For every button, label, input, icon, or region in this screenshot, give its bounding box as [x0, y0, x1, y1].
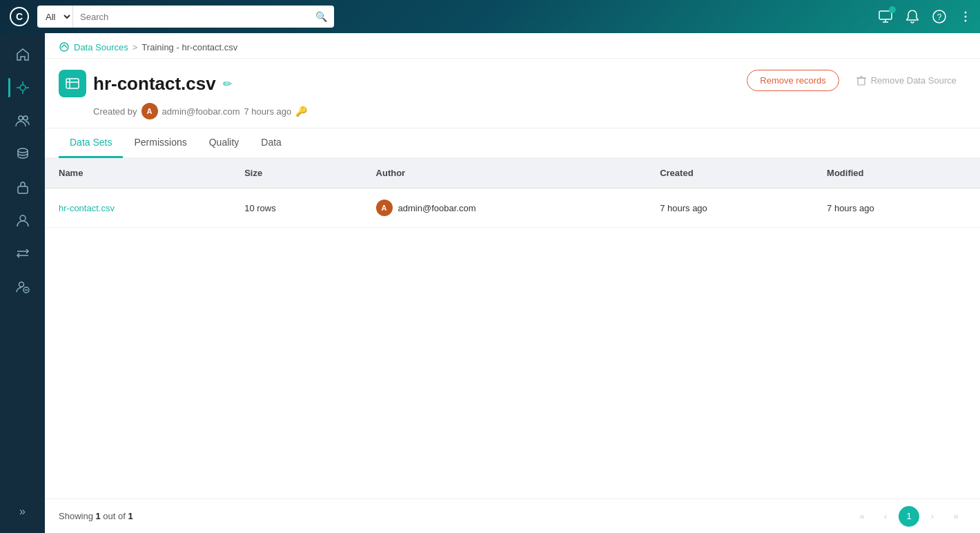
- pagination-prev-button[interactable]: ‹: [875, 506, 896, 527]
- page-header: hr-contact.csv ✏ Created by A admin@foob…: [45, 59, 980, 128]
- showing-total: 1: [128, 511, 133, 521]
- svg-point-23: [60, 43, 68, 51]
- svg-text:C: C: [16, 11, 23, 22]
- author-avatar: A: [141, 103, 158, 119]
- author-email: admin@foobar.com: [162, 106, 240, 117]
- tab-data[interactable]: Data: [250, 128, 293, 158]
- svg-point-8: [965, 16, 967, 18]
- svg-point-7: [965, 12, 967, 14]
- svg-text:?: ?: [937, 12, 942, 22]
- search-input[interactable]: [73, 12, 308, 22]
- cell-author: A admin@foobar.com: [362, 188, 647, 228]
- header-actions: Remove records Remove Data Source: [747, 70, 966, 91]
- datasource-icon: [59, 70, 86, 97]
- key-icon: 🔑: [295, 106, 307, 117]
- sidebar-item-people[interactable]: [8, 106, 37, 135]
- help-icon-button[interactable]: ?: [932, 9, 947, 24]
- svg-point-20: [19, 282, 23, 287]
- pagination-next-button[interactable]: ›: [922, 506, 943, 527]
- cell-size: 10 rows: [231, 188, 362, 228]
- col-header-size: Size: [231, 158, 362, 188]
- cell-name: hr-contact.csv: [45, 188, 231, 228]
- sidebar-item-user-settings[interactable]: [8, 272, 37, 301]
- svg-rect-18: [18, 186, 28, 193]
- remove-datasource-label: Remove Data Source: [871, 75, 957, 86]
- search-filter-select[interactable]: All: [37, 6, 73, 28]
- svg-point-15: [19, 116, 23, 120]
- table-header-row: Name Size Author Created Modified: [45, 158, 980, 188]
- svg-point-17: [18, 148, 28, 153]
- search-submit-button[interactable]: 🔍: [308, 11, 334, 22]
- svg-rect-27: [858, 78, 865, 85]
- col-header-created: Created: [646, 158, 813, 188]
- monitor-badge: [889, 6, 896, 13]
- dataset-name-link[interactable]: hr-contact.csv: [59, 203, 115, 213]
- breadcrumb: Data Sources > Training - hr-contact.csv: [45, 33, 980, 59]
- breadcrumb-separator: >: [133, 42, 138, 52]
- cell-created: 7 hours ago: [646, 188, 813, 228]
- sidebar-expand-button[interactable]: »: [8, 497, 37, 526]
- tab-datasets[interactable]: Data Sets: [59, 128, 123, 158]
- showing-text: Showing 1 out of 1: [59, 511, 133, 521]
- sidebar-item-flow[interactable]: [8, 239, 37, 268]
- created-by-label: Created by: [93, 106, 137, 117]
- notifications-icon-button[interactable]: [905, 9, 919, 24]
- breadcrumb-current: Training - hr-contact.csv: [141, 42, 237, 52]
- datasets-table-container: Name Size Author Created Modified hr-con…: [45, 158, 980, 498]
- table-footer: Showing 1 out of 1 « ‹ 1 › »: [45, 498, 980, 533]
- datasets-table: Name Size Author Created Modified hr-con…: [45, 158, 980, 228]
- header-title-row: hr-contact.csv ✏: [59, 70, 307, 97]
- tabs-bar: Data Sets Permissions Quality Data: [45, 128, 980, 158]
- col-header-modified: Modified: [813, 158, 980, 188]
- monitor-icon-button[interactable]: [878, 9, 893, 24]
- remove-datasource-button[interactable]: Remove Data Source: [846, 70, 966, 91]
- header-left: hr-contact.csv ✏ Created by A admin@foob…: [59, 70, 307, 119]
- svg-point-10: [20, 85, 26, 90]
- more-menu-button[interactable]: [959, 10, 972, 23]
- svg-point-9: [965, 20, 967, 22]
- col-header-author: Author: [362, 158, 647, 188]
- pagination-page-1-button[interactable]: 1: [899, 506, 919, 527]
- page-title: hr-contact.csv: [93, 73, 216, 95]
- svg-point-16: [23, 116, 28, 120]
- svg-rect-24: [66, 79, 79, 88]
- cell-modified: 7 hours ago: [813, 188, 980, 228]
- tab-quality[interactable]: Quality: [198, 128, 251, 158]
- top-navigation: C All 🔍 ?: [0, 0, 980, 33]
- content-area: Data Sources > Training - hr-contact.csv…: [45, 33, 980, 533]
- edit-title-icon[interactable]: ✏: [223, 77, 232, 90]
- sidebar-item-users[interactable]: [8, 206, 37, 235]
- sidebar-item-analytics[interactable]: [8, 73, 37, 102]
- svg-point-19: [20, 215, 26, 221]
- breadcrumb-data-sources-link[interactable]: Data Sources: [74, 42, 128, 52]
- sidebar-item-home[interactable]: [8, 40, 37, 69]
- table-row: hr-contact.csv 10 rows A admin@foobar.co…: [45, 188, 980, 228]
- search-bar: All 🔍: [37, 6, 334, 28]
- time-ago: 7 hours ago: [244, 106, 292, 117]
- app-logo: C: [8, 6, 30, 28]
- main-layout: » Data Sources > Training - hr-contact.c…: [0, 33, 980, 533]
- tab-permissions[interactable]: Permissions: [123, 128, 197, 158]
- pagination-first-button[interactable]: «: [852, 506, 872, 527]
- row-author-avatar: A: [376, 200, 393, 216]
- sidebar-item-lock[interactable]: [8, 173, 37, 202]
- col-header-name: Name: [45, 158, 231, 188]
- nav-actions: ?: [878, 9, 972, 24]
- showing-current: 1: [95, 511, 100, 521]
- row-author-email: admin@foobar.com: [398, 203, 476, 213]
- pagination: « ‹ 1 › »: [852, 506, 966, 527]
- pagination-last-button[interactable]: »: [945, 506, 966, 527]
- header-meta: Created by A admin@foobar.com 7 hours ag…: [93, 103, 307, 119]
- sidebar-item-data[interactable]: [8, 139, 37, 168]
- remove-records-button[interactable]: Remove records: [747, 70, 839, 91]
- sidebar: »: [0, 33, 45, 533]
